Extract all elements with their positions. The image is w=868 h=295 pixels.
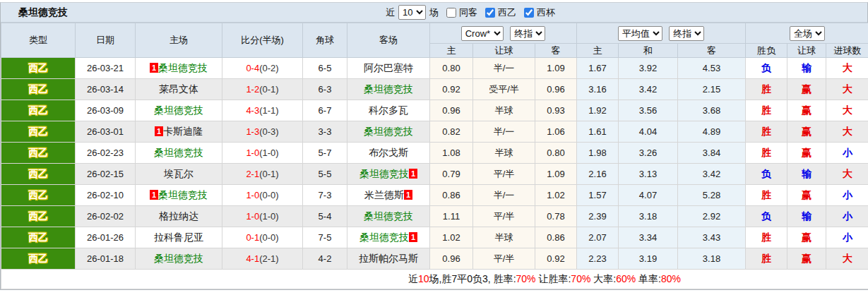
cup-label: 西杯: [537, 6, 555, 19]
asia-handicap: 半/一: [473, 185, 535, 206]
europe-away-odds: 5.28: [678, 185, 746, 206]
score-cell: 4-1(2-1): [222, 248, 303, 270]
summary-count: 10: [418, 273, 429, 284]
result-wdl: 胜: [746, 185, 787, 206]
summary-record: 场,胜7平0负3, 胜率:: [429, 273, 516, 284]
asia-home-odds: 0.79: [430, 164, 473, 185]
asia-away-odds: 1.06: [535, 121, 577, 143]
fulltime-score: 0-1: [246, 232, 259, 243]
fulltime-score: 2-1: [246, 169, 259, 179]
rank-badge: 1: [150, 63, 158, 73]
sub-header-result-goals: 进球数: [826, 44, 868, 58]
corner-cell: 7-5: [303, 227, 347, 248]
asia-away-odds: 0.96: [535, 79, 577, 100]
table-row: 西乙 26-03-14 莱昂文体 1-2(0-1) 6-3 桑坦德竞技 0.92…: [1, 79, 868, 100]
europe-away-odds: 3.42: [678, 164, 746, 185]
date-cell: 26-03-21: [76, 58, 136, 79]
result-goals: 大: [826, 164, 868, 185]
away-team-name: 桑坦德竞技: [364, 83, 413, 95]
away-team-cell: 桑坦德竞技1: [347, 227, 430, 248]
asia-handicap: 半/一: [473, 121, 535, 143]
away-team-cell: 米兰德斯1: [347, 185, 430, 206]
col-header-date: 日期: [76, 23, 136, 58]
date-cell: 26-01-18: [76, 248, 136, 270]
home-team-name: 桑坦德竞技: [158, 189, 208, 200]
col-header-type: 类型: [1, 23, 76, 58]
score-cell: 1-0(1-0): [222, 206, 303, 227]
table-row: 西乙 26-03-09 桑坦德竞技 4-3(1-1) 6-7 科尔多瓦 0.96…: [1, 100, 868, 121]
home-team-name: 桑坦德竞技: [154, 147, 203, 158]
sub-header-result-handicap: 让球: [787, 44, 826, 58]
result-handicap: 赢: [787, 143, 826, 164]
table-row: 西乙 26-03-21 1桑坦德竞技 0-4(0-2) 6-5 阿尔巴塞特 0.…: [1, 58, 868, 79]
score-cell: 1-2(0-1): [222, 79, 303, 100]
europe-final-select[interactable]: 终指: [669, 26, 704, 41]
result-handicap: 输: [787, 164, 826, 185]
summary-single-rate: 80%: [661, 273, 681, 284]
sub-header-asia-handicap: 让球: [473, 44, 535, 58]
scope-select[interactable]: 全场: [790, 26, 825, 41]
result-wdl: 胜: [746, 143, 787, 164]
home-team-cell: 格拉纳达: [136, 206, 222, 227]
result-goals: 小: [826, 185, 868, 206]
summary-let-rate: 70%: [571, 273, 590, 284]
recent-count-select[interactable]: 10: [398, 5, 426, 20]
away-team-name: 桑坦德竞技: [364, 210, 413, 222]
corner-cell: 7-3: [303, 185, 347, 206]
asia-away-odds: 1.09: [535, 164, 577, 185]
away-team-name: 拉斯帕尔马斯: [359, 253, 418, 264]
table-row: 西乙 26-02-15 埃瓦尔 2-1(0-1) 5-5 桑坦德竞技1 0.79…: [1, 164, 868, 185]
filter-controls: 近 10 场 同客 西乙 西杯: [386, 3, 555, 22]
summary-row: 近10场,胜7平0负3, 胜率:70% 让胜率:70% 大率:60% 单率:80…: [1, 270, 868, 289]
asia-odds-controls: Crow* 终指: [430, 23, 577, 44]
asia-home-odds: 0.96: [430, 100, 473, 121]
europe-draw-odds: 3.19: [619, 248, 678, 270]
corner-cell: 5-4: [303, 206, 347, 227]
col-header-away: 客场: [347, 23, 430, 58]
asia-away-odds: 0.93: [535, 100, 577, 121]
score-cell: 4-3(1-1): [222, 100, 303, 121]
sub-header-europe-draw: 和: [619, 44, 678, 58]
sub-header-result-wdl: 胜负: [746, 44, 787, 58]
europe-avg-select[interactable]: 平均值: [618, 26, 662, 41]
result-goals: 大: [826, 248, 868, 270]
summary-text: 近10场,胜7平0负3, 胜率:70% 让胜率:70% 大率:60% 单率:80…: [1, 270, 868, 289]
home-team-name: 桑坦德竞技: [154, 253, 203, 264]
asia-away-odds: 0.92: [535, 248, 577, 270]
column-header-row: 类型 日期 主场 比分(半场) 角球 客场 Crow* 终指 平均值: [1, 23, 868, 44]
summary-prefix: 近: [408, 273, 418, 284]
asia-away-odds: 0.80: [535, 143, 577, 164]
asia-company-select[interactable]: Crow*: [461, 26, 504, 41]
asia-handicap: 半/一: [473, 58, 535, 79]
same-away-checkbox[interactable]: [446, 8, 456, 18]
away-team-name: 阿尔巴塞特: [364, 62, 413, 73]
type-cell: 西乙: [1, 248, 76, 270]
home-team-cell: 埃瓦尔: [136, 164, 222, 185]
europe-draw-odds: 3.13: [619, 164, 678, 185]
fulltime-score: 1-3: [246, 126, 259, 137]
europe-home-odds: 1.67: [577, 58, 619, 79]
result-scope-controls: 全场: [746, 23, 868, 44]
home-team-name: 莱昂文体: [159, 83, 198, 95]
fulltime-score: 0-4: [246, 63, 259, 73]
away-team-cell: 桑坦德竞技1: [347, 164, 430, 185]
result-wdl: 胜: [746, 79, 787, 100]
away-team-cell: 布尔戈斯: [347, 143, 430, 164]
summary-big-rate: 60%: [616, 273, 636, 284]
corner-cell: 4-2: [303, 248, 347, 270]
type-cell: 西乙: [1, 164, 76, 185]
asia-home-odds: 0.82: [430, 121, 473, 143]
table-row: 西乙 26-02-02 格拉纳达 1-0(1-0) 5-4 桑坦德竞技 1.11…: [1, 206, 868, 227]
cup-checkbox[interactable]: [524, 8, 534, 18]
asia-final-select[interactable]: 终指: [510, 26, 545, 41]
asia-home-odds: 1.08: [430, 143, 473, 164]
sub-header-asia-home: 主: [430, 44, 473, 58]
league-checkbox[interactable]: [485, 8, 495, 18]
europe-draw-odds: 3.34: [619, 227, 678, 248]
asia-handicap: 半球: [473, 100, 535, 121]
type-cell: 西乙: [1, 79, 76, 100]
date-cell: 26-03-09: [76, 100, 136, 121]
matches-label: 场: [429, 6, 439, 19]
score-cell: 1-0(0-0): [222, 185, 303, 206]
away-team-cell: 拉斯帕尔马斯: [347, 248, 430, 270]
